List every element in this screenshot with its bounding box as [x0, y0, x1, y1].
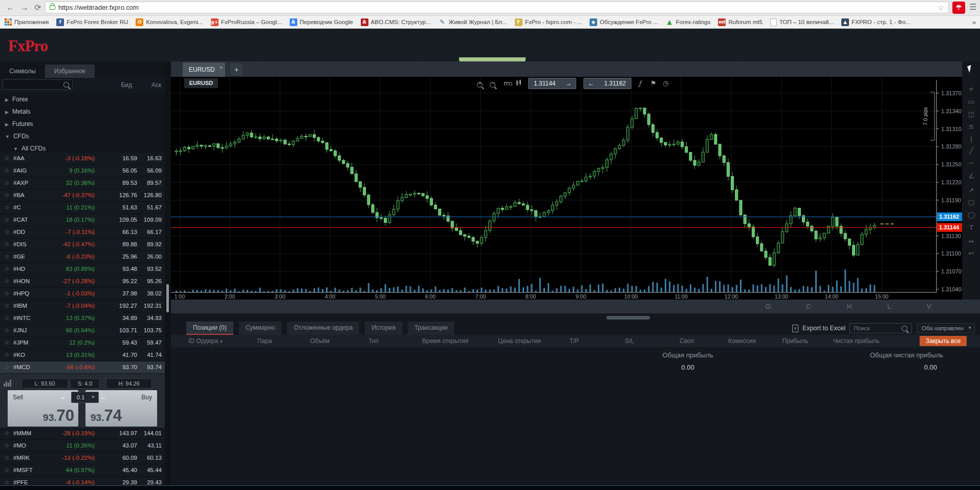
instrument-bid[interactable]: 103.71 [119, 325, 137, 336]
instrument-ask[interactable]: 26.00 [147, 251, 162, 263]
instrument-row[interactable]: ☆#BA-47 (-0.37%)126.76126.80 [0, 189, 165, 202]
favorite-star-icon[interactable]: ☆ [4, 239, 10, 250]
buy-price-button[interactable]: ← 1.31162 [583, 78, 631, 89]
instrument-row[interactable]: ☆#HD83 (0.89%)93.4893.52 [0, 263, 165, 275]
instrument-row[interactable]: ☆#AA-3 (-0.18%)16.5916.63 [0, 153, 165, 165]
tree-item[interactable]: ▶Metals [0, 105, 170, 118]
instrument-bid[interactable]: 89.88 [122, 239, 137, 250]
symbol-search-input[interactable] [3, 79, 73, 90]
address-bar[interactable]: https://webtrader.fxpro.com ☆ [45, 2, 949, 13]
column-id-order[interactable]: ID Ордера ▼ [188, 337, 223, 345]
instrument-ask[interactable]: 126.80 [144, 189, 162, 201]
text-tool-icon[interactable]: T [966, 223, 976, 233]
favorite-star-icon[interactable]: ☆ [4, 202, 10, 214]
browser-forward-icon[interactable]: → [18, 2, 31, 14]
instrument-row[interactable]: ☆#MMM-28 (-0.19%)143.97144.01 [0, 428, 165, 440]
measure-tool-icon[interactable]: ↔ [966, 237, 976, 247]
instrument-row[interactable]: ☆#AXP32 (0.36%)89.5389.57 [0, 177, 165, 189]
close-all-button[interactable]: Закрыть все [920, 336, 967, 346]
rectangle-tool-icon[interactable]: ▢ [966, 197, 976, 207]
instrument-row[interactable]: ☆#AIG9 (0.16%)56.0556.09 [0, 165, 165, 177]
instrument-ask[interactable]: 38.02 [147, 288, 162, 300]
favorite-star-icon[interactable]: ☆ [4, 337, 10, 349]
browser-back-icon[interactable]: ← [4, 2, 16, 14]
browser-menu-icon[interactable]: ☰ [969, 2, 976, 12]
instrument-bid[interactable]: 66.13 [122, 226, 137, 238]
instrument-bid[interactable]: 16.59 [122, 153, 137, 164]
favorite-star-icon[interactable]: ☆ [4, 288, 10, 300]
instrument-bid[interactable]: 89.53 [122, 177, 137, 189]
cursor-icon[interactable] [967, 65, 973, 73]
sidebar-tab-symbols[interactable]: Символы [0, 65, 45, 78]
instrument-row[interactable]: ☆#GE-6 (-0.23%)25.9626.00 [0, 251, 165, 263]
instrument-row[interactable]: ☆#MSFT44 (0.97%)45.4045.44 [0, 464, 165, 477]
instrument-ask[interactable]: 95.26 [147, 275, 162, 287]
instrument-row[interactable]: ☆#MCD-56 (-0.6%)93.7093.74 [0, 361, 165, 374]
clock-icon[interactable]: ◷ [663, 79, 668, 87]
objects-icon[interactable]: ⚑ [650, 79, 657, 87]
favorite-star-icon[interactable]: ☆ [4, 452, 10, 464]
instrument-bid[interactable]: 34.89 [122, 312, 137, 324]
instrument-ask[interactable]: 43.11 [147, 440, 162, 452]
chart-scrollbar-thumb[interactable] [606, 316, 650, 319]
instrument-ask[interactable]: 60.13 [147, 452, 162, 464]
sell-panel[interactable]: Sell→93.70 [8, 390, 78, 427]
favorite-star-icon[interactable]: ☆ [4, 165, 10, 177]
instrument-bid[interactable]: 192.27 [119, 300, 137, 312]
instrument-row[interactable]: ☆#CAT18 (0.17%)109.05109.09 [0, 214, 165, 226]
favorite-star-icon[interactable]: ☆ [4, 263, 10, 275]
instrument-row[interactable]: ☆#JPM12 (0.2%)59.4359.47 [0, 337, 165, 349]
instrument-ask[interactable]: 41.74 [147, 349, 162, 361]
instrument-row[interactable]: ☆#HPQ-1 (-0.03%)37.9838.02 [0, 288, 165, 300]
indicators-icon[interactable]: ƒ [639, 79, 641, 87]
instrument-row[interactable]: ☆#JNJ66 (0.64%)103.71103.75 [0, 325, 165, 337]
favorite-star-icon[interactable]: ☆ [4, 275, 10, 287]
instrument-bid[interactable]: 43.07 [122, 440, 137, 452]
trend-line-tool-icon[interactable]: ╱ [966, 146, 976, 156]
instrument-bid[interactable]: 93.70 [122, 361, 137, 373]
url-text[interactable]: https://webtrader.fxpro.com [58, 4, 938, 11]
favorite-star-icon[interactable]: ☆ [4, 153, 10, 164]
instrument-row[interactable]: ☆#MRK-13 (-0.22%)60.0960.13 [0, 452, 165, 464]
tree-item[interactable]: ▶Forex [0, 93, 170, 105]
chart-canvas[interactable]: 1:002:003:004:005:006:007:008:009:0010:0… [171, 77, 962, 300]
tree-item[interactable]: ▶Futures [0, 118, 170, 130]
bookmark-item[interactable]: ТОП – 10 величай... [770, 18, 834, 26]
dashed-rect-tool-icon[interactable]: ◫ [966, 109, 976, 119]
ruler-tool-icon[interactable]: ▭ [966, 97, 976, 107]
browser-reload-icon[interactable]: ⟳ [32, 2, 44, 14]
bookmark-item[interactable]: ✎Живой Журнал | Бл... [439, 18, 507, 26]
export-excel-icon[interactable]: x [792, 325, 798, 332]
tab-positions[interactable]: Позиции (0) [186, 322, 233, 335]
tab-transactions[interactable]: Трансакции [408, 322, 454, 335]
instrument-ask[interactable]: 192.31 [144, 300, 162, 312]
candles-icon[interactable] [515, 79, 523, 89]
tab-eurusd[interactable]: EURUSD× [183, 62, 225, 77]
instrument-row[interactable]: ☆#DD-7 (-0.11%)66.1366.17 [0, 226, 165, 239]
instrument-ask[interactable]: 66.17 [147, 226, 162, 238]
add-tab-button[interactable]: + [230, 63, 243, 76]
bookmarks-overflow-icon[interactable]: » [972, 18, 976, 26]
favorite-star-icon[interactable]: ☆ [4, 177, 10, 189]
instrument-bid[interactable]: 93.48 [122, 263, 137, 275]
favorite-star-icon[interactable]: ☆ [4, 189, 10, 201]
tab-history[interactable]: История [365, 322, 402, 335]
tab-pending-orders[interactable]: Отложенные ордера [287, 322, 359, 335]
tree-item[interactable]: ▼CFDs [0, 130, 170, 142]
favorite-star-icon[interactable]: ☆ [4, 226, 10, 238]
instrument-row[interactable]: ☆#KO13 (0.31%)41.7041.74 [0, 349, 165, 361]
bookmark-item[interactable]: g+FxProRussia – Googl... [211, 18, 282, 26]
instrument-ask[interactable]: 93.74 [147, 361, 162, 373]
favorite-star-icon[interactable]: ☆ [4, 361, 10, 373]
bookmark-item[interactable]: AПереводчик Google [290, 18, 353, 26]
direction-filter-select[interactable]: Оба направлен▼ [917, 323, 975, 333]
instrument-row[interactable]: ☆#INTC13 (0.37%)34.8934.93 [0, 312, 165, 325]
tab-close-icon[interactable]: × [220, 60, 222, 75]
sidebar-scrollbar-thumb[interactable] [166, 284, 169, 312]
horizontal-line-tool-icon[interactable]: ─ [966, 158, 976, 168]
favorite-star-icon[interactable]: ☆ [4, 300, 10, 312]
instrument-row[interactable]: ☆#HON-27 (-0.28%)95.2295.26 [0, 275, 165, 288]
avira-extension-button[interactable]: ☂ [952, 2, 965, 14]
favorite-star-icon[interactable]: ☆ [4, 428, 10, 439]
instrument-bid[interactable]: 45.40 [122, 464, 137, 476]
